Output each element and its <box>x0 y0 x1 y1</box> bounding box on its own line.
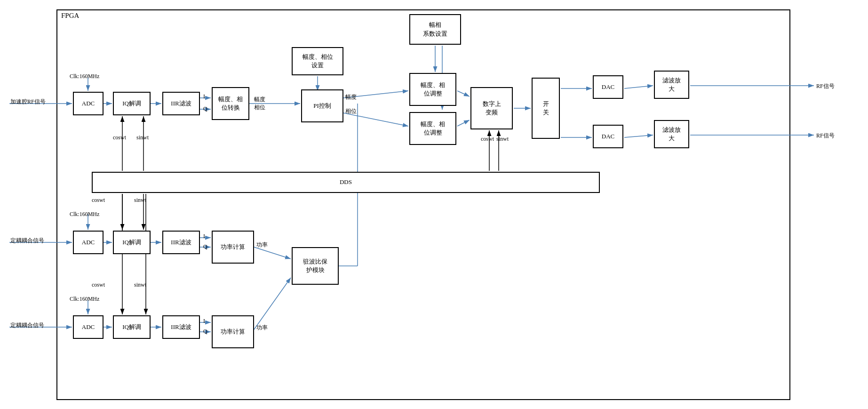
swr-protect-block: 驻波比保 护模块 <box>292 247 339 285</box>
clk2-label: Clk:160MHz <box>70 211 99 218</box>
coswt3-label: coswt <box>92 197 105 204</box>
dds-block: DDS <box>92 172 600 193</box>
adc2-block: ADC <box>73 231 104 254</box>
iir1-block: IIR滤波 <box>162 92 200 115</box>
adc1-block: ADC <box>73 92 104 115</box>
rf-out1-label: RF信号 <box>816 82 835 90</box>
digital-up-block: 数字上 变频 <box>470 87 513 129</box>
fpga-label: FPGA <box>61 12 79 20</box>
power2-label: 功率 <box>256 324 268 332</box>
i2-label: I <box>203 233 205 240</box>
fpga-border <box>56 9 790 400</box>
iq-demod2-block: IQ解调 <box>113 231 151 254</box>
iir2-block: IIR滤波 <box>162 231 200 254</box>
amp-coef-set-block: 幅相 系数设置 <box>409 14 461 45</box>
dac2-block: DAC <box>593 125 623 148</box>
clk1-label: Clk:160MHz <box>70 73 99 80</box>
pi-ctrl-block: PI控制 <box>301 89 343 122</box>
amp-out-label: 幅度 <box>345 93 357 101</box>
diagram-container: FPGA <box>0 0 868 409</box>
sinwt4-label: sinwt <box>134 281 146 289</box>
rf-in3-label: 定耦耦合信号 <box>10 321 44 329</box>
q2-label: Q <box>203 243 207 250</box>
i3-label: I <box>203 318 205 325</box>
filter-amp1-block: 滤波放 大 <box>654 71 689 99</box>
adc3-block: ADC <box>73 315 104 339</box>
coswt4-label: coswt <box>92 281 105 289</box>
phase-out-label: 相位 <box>345 107 357 115</box>
amp-phase-adj1-block: 幅度、相 位调整 <box>409 73 456 106</box>
filter-amp2-block: 滤波放 大 <box>654 120 689 148</box>
iir3-block: IIR滤波 <box>162 315 200 339</box>
sinwt1-label: sinwt <box>136 134 149 141</box>
rf-in1-label: 加速腔RF信号 <box>10 98 46 106</box>
power-calc2-block: 功率计算 <box>212 315 254 348</box>
power1-label: 功率 <box>256 241 268 249</box>
amp-phase-label: 幅度相位 <box>254 96 265 112</box>
sinwt3-label: sinwt <box>134 197 146 204</box>
q3-label: Q <box>203 328 207 335</box>
amp-phase-adj2-block: 幅度、相 位调整 <box>409 112 456 145</box>
clk3-label: Clk:160MHz <box>70 296 99 303</box>
dac1-block: DAC <box>593 75 623 99</box>
q1-label: Q <box>203 105 207 112</box>
amp-phase-set-block: 幅度、相位 设置 <box>292 47 343 75</box>
amp-phase-conv-block: 幅度、相 位转换 <box>212 87 249 120</box>
coswt1-label: coswt <box>113 134 126 141</box>
power-calc1-block: 功率计算 <box>212 231 254 264</box>
coswt2-label: coswt <box>481 136 494 143</box>
iq-demod1-block: IQ解调 <box>113 92 151 115</box>
iq-demod3-block: IQ解调 <box>113 315 151 339</box>
sinwt2-label: sinwt <box>496 136 509 143</box>
i1-label: I <box>203 93 205 100</box>
switch-block: 开 关 <box>532 78 560 139</box>
rf-out2-label: RF信号 <box>816 132 835 140</box>
rf-in2-label: 定耦耦合信号 <box>10 237 44 245</box>
